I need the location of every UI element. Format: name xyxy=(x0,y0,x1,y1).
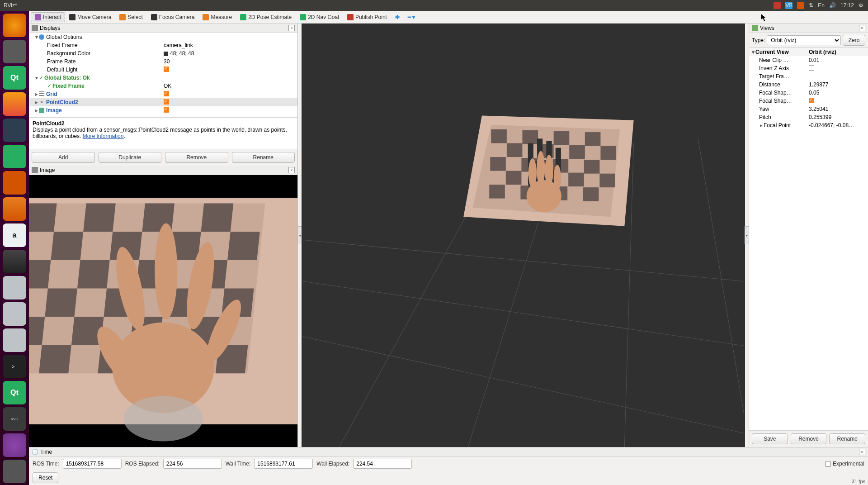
views-property-row[interactable]: Near Clip …0.01 xyxy=(749,56,868,64)
tree-value[interactable] xyxy=(162,67,297,73)
checkbox-checked-icon[interactable] xyxy=(164,91,169,96)
ros-time-field[interactable] xyxy=(63,459,122,469)
toolbar-interact-button[interactable]: Interact xyxy=(31,12,65,22)
duplicate-button[interactable]: Duplicate xyxy=(99,152,162,163)
desc-more-link[interactable]: More Information xyxy=(83,133,124,139)
checkbox-checked-icon[interactable] xyxy=(809,98,814,103)
launcher-dash-icon[interactable] xyxy=(3,14,26,37)
right-splitter[interactable]: ▸ xyxy=(745,226,749,244)
tray-indicator-icon[interactable] xyxy=(774,2,781,9)
toolbar-move-camera-button[interactable]: Move Camera xyxy=(65,12,115,22)
views-save-button[interactable]: Save xyxy=(752,433,788,444)
launcher-drive2-icon[interactable] xyxy=(3,302,26,326)
toolbar-2d-pose-estimate-button[interactable]: 2D Pose Estimate xyxy=(236,12,296,22)
tree-value[interactable] xyxy=(162,91,297,98)
tree-row[interactable]: Frame Rate30 xyxy=(29,57,297,66)
launcher-terminal-icon[interactable]: >_ xyxy=(3,355,26,378)
tray-vb-icon[interactable]: VB xyxy=(785,2,793,9)
views-property-row[interactable]: Focal Shap… xyxy=(749,97,868,105)
checkbox-checked-icon[interactable] xyxy=(164,67,169,72)
views-property-row[interactable]: ▸ Focal Point-0.024667; -0.08… xyxy=(749,121,868,129)
tree-value[interactable]: 30 xyxy=(162,58,297,65)
launcher-qt2-icon[interactable]: Qt xyxy=(3,381,26,404)
experimental-checkbox[interactable] xyxy=(825,461,831,467)
ros-elapsed-field[interactable] xyxy=(163,459,222,469)
checkbox-checked-icon[interactable] xyxy=(164,107,169,113)
launcher-rviz-icon[interactable]: RViz xyxy=(3,407,26,431)
toolbar-select-button[interactable]: Select xyxy=(115,12,146,22)
expander-icon[interactable]: ▸ xyxy=(34,91,39,97)
launcher-impress-icon[interactable] xyxy=(3,171,26,195)
tree-row[interactable]: ▸Grid xyxy=(29,90,297,98)
toolbar-focus-camera-button[interactable]: Focus Camera xyxy=(147,12,199,22)
views-close-icon[interactable]: × xyxy=(859,25,865,31)
views-property-row[interactable]: Focal Shap…0.05 xyxy=(749,89,868,97)
time-close-icon[interactable]: × xyxy=(859,449,865,455)
launcher-calc-icon[interactable] xyxy=(3,145,26,168)
displays-close-icon[interactable]: × xyxy=(288,25,295,31)
launcher-writer-icon[interactable] xyxy=(3,119,26,142)
toolbar-2d-nav-goal-button[interactable]: 2D Nav Goal xyxy=(296,12,343,22)
wall-time-field[interactable] xyxy=(254,459,313,469)
views-property-row[interactable]: Pitch0.255399 xyxy=(749,113,868,121)
expander-icon[interactable]: ▾ xyxy=(34,75,39,81)
3d-viewport[interactable] xyxy=(302,24,745,447)
launcher-qt-icon[interactable]: Qt xyxy=(3,66,26,90)
views-current-row[interactable]: ▾ Current ViewOrbit (rviz) xyxy=(749,48,868,56)
tree-row[interactable]: Default Light xyxy=(29,66,297,74)
tray-updates-icon[interactable] xyxy=(797,2,804,9)
tree-row[interactable]: ▸Image xyxy=(29,106,297,114)
views-property-row[interactable]: Invert Z Axis xyxy=(749,64,868,72)
reset-button[interactable]: Reset xyxy=(33,472,58,483)
tree-value[interactable] xyxy=(162,99,297,106)
wall-elapsed-field[interactable] xyxy=(353,459,412,469)
time-panel-header[interactable]: 🕓 Time × xyxy=(29,447,868,457)
toolbar-remove-button[interactable]: ━ ▾ xyxy=(404,12,419,22)
expander-icon[interactable]: ▸ xyxy=(34,107,39,114)
tree-value[interactable] xyxy=(162,107,297,114)
clock[interactable]: 17:12 xyxy=(840,2,854,9)
settings-gear-icon[interactable]: ⚙ xyxy=(859,2,863,9)
tree-row[interactable]: ▸PointCloud2 xyxy=(29,98,297,106)
toolbar-publish-point-button[interactable]: Publish Point xyxy=(343,12,391,22)
views-rename-button[interactable]: Rename xyxy=(829,433,865,444)
checkbox-checked-icon[interactable] xyxy=(164,99,169,105)
launcher-settings-icon[interactable] xyxy=(3,250,26,273)
displays-panel-header[interactable]: Displays × xyxy=(29,24,297,33)
views-properties[interactable]: ▾ Current ViewOrbit (rviz)Near Clip …0.0… xyxy=(749,48,868,430)
network-icon[interactable]: ⇅ xyxy=(809,2,813,9)
expander-icon[interactable]: ▾ xyxy=(751,49,755,55)
launcher-drive3-icon[interactable] xyxy=(3,328,26,352)
launcher-files-icon[interactable] xyxy=(3,40,26,63)
volume-icon[interactable]: 🔊 xyxy=(829,2,836,9)
launcher-firefox-icon[interactable] xyxy=(3,92,26,116)
color-swatch[interactable] xyxy=(164,52,168,56)
launcher-software-icon[interactable] xyxy=(3,197,26,221)
tree-row[interactable]: ▾✓Global Status: Ok xyxy=(29,74,297,82)
expander-icon[interactable]: ▾ xyxy=(34,34,39,40)
tree-value[interactable]: OK xyxy=(162,83,297,89)
views-zero-button[interactable]: Zero xyxy=(843,35,865,46)
launcher-trash-icon[interactable] xyxy=(3,460,26,483)
launcher-amazon-icon[interactable]: a xyxy=(3,223,26,247)
camera-image-view[interactable] xyxy=(29,175,297,447)
launcher-drive1-icon[interactable] xyxy=(3,276,26,300)
add-button[interactable]: Add xyxy=(32,152,95,163)
launcher-app17-icon[interactable] xyxy=(3,433,26,457)
views-property-row[interactable]: Distance1.29877 xyxy=(749,81,868,89)
rename-button[interactable]: Rename xyxy=(232,152,295,163)
displays-tree[interactable]: ▾Global OptionsFixed Framecamera_linkBac… xyxy=(29,33,297,117)
tree-row[interactable]: Background Color48; 48; 48 xyxy=(29,49,297,57)
tree-row[interactable]: Fixed Framecamera_link xyxy=(29,41,297,49)
views-property-row[interactable]: Yaw3.25041 xyxy=(749,105,868,113)
expander-icon[interactable]: ▸ xyxy=(759,122,764,128)
toolbar-add-button[interactable]: ✚ xyxy=(391,12,404,22)
language-indicator[interactable]: En xyxy=(818,2,825,9)
views-type-select[interactable]: Orbit (rviz) xyxy=(767,35,841,45)
tree-value[interactable]: 48; 48; 48 xyxy=(162,50,297,57)
tree-row[interactable]: ▾Global Options xyxy=(29,33,297,41)
tree-value[interactable]: camera_link xyxy=(162,42,297,48)
views-remove-button[interactable]: Remove xyxy=(791,433,827,444)
checkbox-empty-icon[interactable] xyxy=(809,65,814,71)
image-panel-close-icon[interactable]: × xyxy=(288,167,295,173)
